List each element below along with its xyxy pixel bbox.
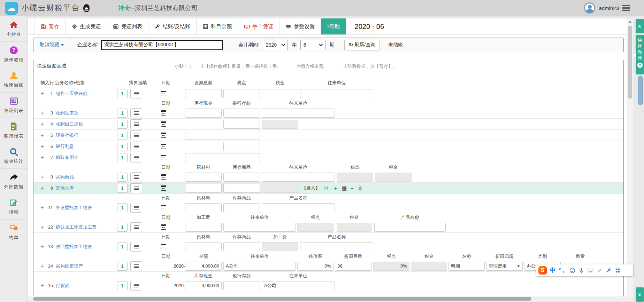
side-scroll-thumb[interactable] — [638, 76, 643, 105]
entry-count-box[interactable]: 1 — [117, 203, 128, 212]
cell-input[interactable] — [262, 109, 335, 118]
cell-input[interactable] — [375, 173, 412, 182]
entry-link[interactable]: 【录入】 — [302, 185, 320, 191]
close-icon[interactable]: ✕ — [637, 63, 643, 68]
cell-input[interactable] — [411, 262, 447, 271]
insert-row-plus-icon[interactable]: + — [40, 130, 44, 141]
cell-input[interactable] — [262, 120, 298, 129]
refresh-query-button[interactable]: ↻刷新/查询 — [344, 40, 380, 50]
summary-list-button[interactable] — [130, 153, 142, 162]
cell-input[interactable]: 4,000.00 — [185, 262, 222, 271]
cell-input[interactable]: 电脑 — [449, 262, 485, 271]
entry-count-box[interactable]: 1 — [117, 153, 128, 162]
cell-input[interactable]: A公司 — [223, 262, 296, 271]
sidebar-item-1[interactable]: 主控台 — [0, 16, 28, 42]
summary-list-button[interactable] — [130, 261, 142, 271]
cell-input[interactable] — [297, 223, 334, 232]
ime-tools-icon[interactable] — [606, 268, 612, 273]
menu-hamburger-icon[interactable] — [622, 5, 630, 11]
cell-input[interactable]: 36 — [335, 262, 371, 271]
cell-input[interactable] — [223, 223, 296, 232]
business-name-link[interactable]: 收到往来款 — [56, 108, 78, 119]
calendar-icon[interactable] — [161, 155, 166, 160]
insert-row-plus-icon[interactable]: + — [40, 88, 44, 99]
calendar-icon[interactable] — [161, 121, 166, 127]
horizontal-scroll-thumb[interactable] — [33, 297, 531, 301]
cell-input[interactable] — [223, 120, 260, 129]
calendar-icon[interactable] — [161, 144, 166, 149]
cell-input[interactable]: 0% — [297, 262, 334, 271]
insert-row-plus-icon[interactable]: + — [40, 280, 44, 291]
insert-row-plus-icon[interactable]: + — [40, 261, 44, 271]
business-name-link[interactable]: 付货款 — [56, 280, 69, 291]
entry-count-box[interactable]: 1 — [117, 242, 128, 251]
insert-row-plus-icon[interactable]: + — [40, 141, 44, 152]
summary-list-button[interactable] — [130, 108, 142, 118]
summary-list-button[interactable] — [130, 142, 142, 151]
business-name-link[interactable]: 确认加工物资加工费 — [56, 222, 97, 233]
sidebar-item-2[interactable]: ?操作教程 — [0, 42, 28, 67]
business-name-link[interactable]: 采购商品 — [56, 172, 74, 183]
cell-input[interactable] — [337, 173, 373, 182]
ime-chinese-mode-icon[interactable]: 中 — [550, 267, 555, 274]
calendar-icon[interactable] — [161, 133, 166, 138]
insert-row-plus-icon[interactable]: + — [40, 222, 44, 232]
summary-list-button[interactable] — [130, 183, 142, 193]
sidebar-item-8[interactable]: 报税 — [0, 194, 28, 220]
trash-icon[interactable] — [358, 186, 363, 191]
ime-emoji-icon[interactable] — [569, 268, 575, 273]
horizontal-scrollbar[interactable] — [28, 296, 633, 301]
sidebar-item-6[interactable]: 核查统计 — [0, 143, 28, 169]
calculator-icon[interactable]: ▦ — [342, 185, 347, 191]
minus-icon[interactable]: − — [351, 185, 354, 191]
business-name-link[interactable]: 暂估入库 — [56, 183, 74, 194]
scroll-up-arrow-icon[interactable] — [628, 21, 632, 23]
cell-input[interactable] — [300, 242, 373, 251]
cell-input[interactable] — [185, 89, 222, 98]
cancel-hide-toggle[interactable]: 取消隐藏 — [40, 42, 64, 48]
calendar-icon[interactable] — [161, 185, 166, 191]
cell-input[interactable] — [223, 173, 260, 182]
sidebar-item-3[interactable]: 快速做账 — [0, 67, 28, 93]
cell-input[interactable] — [262, 203, 335, 212]
toolbar-button-7[interactable]: 参数设置 — [279, 18, 321, 34]
entry-count-box[interactable]: 1 — [117, 89, 128, 98]
summary-list-button[interactable] — [130, 203, 142, 213]
summary-list-button[interactable] — [130, 119, 142, 129]
insert-row-plus-icon[interactable]: + — [40, 152, 44, 163]
summary-list-button[interactable] — [130, 172, 142, 182]
toolbar-button-5[interactable]: 科目余额 — [197, 18, 238, 34]
insert-row-plus-icon[interactable]: + — [40, 172, 44, 182]
toolbar-button-2[interactable]: 生成凭证 — [66, 18, 107, 34]
insert-row-plus-icon[interactable]: + — [40, 202, 44, 213]
app-logo-cloud-icon[interactable]: ☁ — [5, 2, 18, 15]
cell-input[interactable] — [223, 89, 260, 98]
cell-input[interactable] — [262, 184, 298, 193]
vertical-scrollbar[interactable] — [627, 18, 633, 296]
summary-list-button[interactable] — [130, 130, 142, 140]
cell-input[interactable]: 0% — [373, 262, 409, 271]
entry-count-box[interactable]: 1 — [117, 281, 128, 290]
toolbar-button-6[interactable]: 手工凭证 — [238, 18, 279, 34]
cell-input[interactable]: A公司 — [262, 281, 335, 290]
business-name-link[interactable]: 现金存银行 — [56, 130, 78, 141]
cell-input[interactable] — [185, 131, 260, 140]
entry-count-box[interactable]: 1 — [117, 173, 128, 182]
ime-logo-icon[interactable]: S — [538, 266, 547, 275]
cell-input[interactable] — [223, 184, 260, 193]
collapse-down-button[interactable]: » — [636, 287, 644, 302]
cell-input[interactable] — [223, 203, 260, 212]
cell-input[interactable] — [223, 281, 260, 290]
business-name-link[interactable]: 收到出口退税 — [56, 119, 83, 130]
cell-input[interactable] — [223, 109, 260, 118]
cell-input[interactable] — [185, 223, 222, 232]
ime-handwriting-icon[interactable] — [597, 268, 603, 273]
sidebar-item-7[interactable]: 外部数据 — [0, 169, 28, 194]
cell-input[interactable] — [185, 203, 222, 212]
plus-icon[interactable]: ＋ — [333, 185, 338, 192]
summary-list-button[interactable] — [130, 222, 142, 232]
toolbar-button-4[interactable]: 结账/反结账 — [148, 18, 197, 34]
entry-count-box[interactable]: 1 — [117, 120, 128, 129]
business-name-link[interactable]: 银行利息 — [56, 141, 74, 152]
business-name-link[interactable]: 收回委托加工物资 — [56, 241, 92, 252]
